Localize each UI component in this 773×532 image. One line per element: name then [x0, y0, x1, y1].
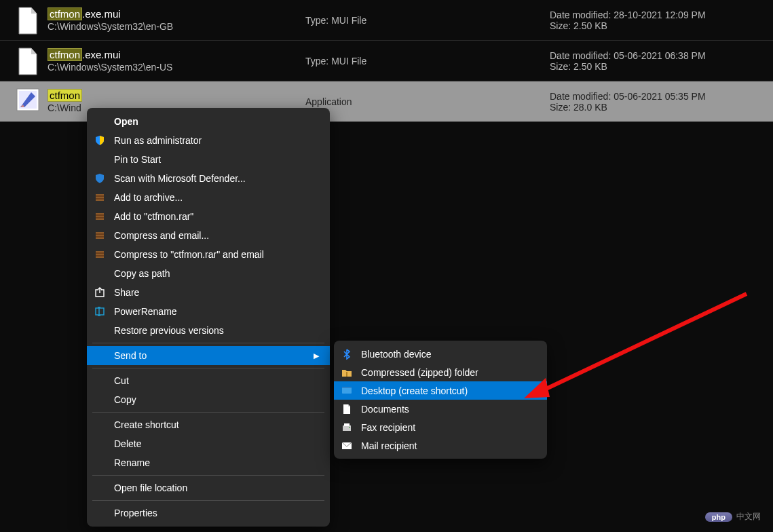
- archive-icon: [92, 210, 107, 223]
- menu-restore-previous[interactable]: Restore previous versions: [87, 321, 330, 340]
- menu-label: Open file location: [114, 482, 319, 493]
- file-name-rest: .exe.mui: [82, 8, 121, 20]
- menu-separator: [92, 343, 324, 343]
- chevron-right-icon: ▶: [314, 352, 319, 360]
- menu-label: Add to archive...: [114, 192, 319, 203]
- svg-rect-2: [96, 194, 104, 201]
- menu-power-rename[interactable]: PowerRename: [87, 302, 330, 321]
- menu-label: Copy as path: [114, 268, 319, 279]
- svg-line-22: [536, 294, 747, 394]
- menu-scan-defender[interactable]: Scan with Microsoft Defender...: [87, 169, 330, 188]
- svg-rect-8: [96, 232, 104, 239]
- svg-rect-10: [96, 236, 104, 238]
- menu-label: Compress to "ctfmon.rar" and email: [114, 249, 319, 260]
- menu-label: Open: [114, 116, 319, 127]
- menu-label: Pin to Start: [114, 154, 319, 165]
- menu-send-to[interactable]: Send to▶: [87, 346, 330, 365]
- menu-label: Desktop (create shortcut): [361, 385, 536, 396]
- menu-label: Send to: [114, 350, 314, 361]
- file-name: ctfmon.exe.mui: [48, 49, 305, 60]
- svg-rect-14: [96, 308, 104, 315]
- svg-point-20: [349, 427, 350, 428]
- menu-label: Delete: [114, 438, 319, 449]
- submenu-compressed[interactable]: Compressed (zipped) folder: [334, 363, 547, 381]
- file-row[interactable]: ctfmon.exe.mui C:\Windows\System32\en-US…: [0, 41, 773, 81]
- menu-pin-to-start[interactable]: Pin to Start: [87, 150, 330, 169]
- menu-add-to-archive[interactable]: Add to archive...: [87, 188, 330, 207]
- document-icon: [339, 403, 354, 415]
- file-meta: Date modified: 05-06-2021 06:38 PM Size:…: [550, 50, 773, 72]
- menu-compress-email[interactable]: Compress and email...: [87, 226, 330, 245]
- file-info-left: ctfmon.exe.mui C:\Windows\System32\en-GB: [48, 8, 305, 32]
- svg-rect-17: [342, 387, 352, 388]
- menu-label: Run as administrator: [114, 135, 319, 146]
- svg-rect-4: [96, 198, 104, 200]
- submenu-bluetooth[interactable]: Bluetooth device: [334, 345, 547, 363]
- menu-create-shortcut[interactable]: Create shortcut: [87, 415, 330, 434]
- zip-folder-icon: [339, 366, 354, 379]
- application-icon: [16, 88, 39, 115]
- mail-icon: [339, 440, 354, 452]
- menu-label: PowerRename: [114, 306, 319, 317]
- archive-icon: [92, 248, 107, 261]
- menu-share[interactable]: Share: [87, 283, 330, 302]
- menu-label: Fax recipient: [361, 422, 536, 433]
- menu-label: Properties: [114, 508, 319, 518]
- menu-cut[interactable]: Cut: [87, 371, 330, 390]
- menu-add-to-rar[interactable]: Add to "ctfmon.rar": [87, 207, 330, 226]
- file-info-left: ctfmon.exe.mui C:\Windows\System32\en-US: [48, 49, 305, 73]
- menu-run-as-admin[interactable]: Run as administrator: [87, 131, 330, 150]
- file-size: Size: 2.50 KB: [550, 61, 759, 72]
- file-modified: Date modified: 05-06-2021 05:35 PM: [550, 91, 759, 102]
- menu-properties[interactable]: Properties: [87, 504, 330, 522]
- menu-copy[interactable]: Copy: [87, 390, 330, 409]
- menu-delete[interactable]: Delete: [87, 434, 330, 453]
- file-modified: Date modified: 05-06-2021 06:38 PM: [550, 50, 759, 61]
- menu-label: Create shortcut: [114, 419, 319, 430]
- php-badge: php: [705, 512, 732, 522]
- file-row[interactable]: ctfmon.exe.mui C:\Windows\System32\en-GB…: [0, 0, 773, 41]
- svg-rect-15: [346, 372, 347, 377]
- file-meta: Date modified: 05-06-2021 05:35 PM Size:…: [550, 91, 773, 113]
- context-menu: Open Run as administrator Pin to Start S…: [87, 108, 330, 527]
- submenu-mail[interactable]: Mail recipient: [334, 436, 547, 455]
- menu-label: Mail recipient: [361, 440, 536, 451]
- menu-label: Scan with Microsoft Defender...: [114, 173, 319, 184]
- svg-rect-3: [96, 195, 104, 197]
- menu-rename[interactable]: Rename: [87, 453, 330, 472]
- menu-label: Copy: [114, 394, 319, 405]
- desktop-icon: [339, 385, 354, 397]
- menu-copy-as-path[interactable]: Copy as path: [87, 264, 330, 283]
- menu-label: Share: [114, 287, 319, 298]
- menu-compress-rar-email[interactable]: Compress to "ctfmon.rar" and email: [87, 245, 330, 264]
- file-meta: Date modified: 28-10-2021 12:09 PM Size:…: [550, 10, 773, 31]
- file-type: Type: MUI File: [305, 15, 550, 26]
- file-type: Type: MUI File: [305, 56, 550, 66]
- menu-separator: [92, 368, 324, 368]
- power-rename-icon: [92, 305, 107, 318]
- svg-rect-7: [96, 217, 104, 218]
- shield-icon: [92, 134, 107, 147]
- svg-marker-23: [524, 378, 550, 398]
- menu-label: Compressed (zipped) folder: [361, 367, 536, 378]
- menu-open[interactable]: Open: [87, 112, 330, 131]
- file-name-rest: .exe.mui: [82, 49, 121, 60]
- file-name: ctfmon: [48, 90, 305, 101]
- search-highlight: ctfmon: [48, 89, 82, 102]
- svg-rect-19: [344, 423, 350, 426]
- menu-label: Add to "ctfmon.rar": [114, 211, 319, 222]
- defender-icon: [92, 172, 107, 185]
- send-to-submenu: Bluetooth device Compressed (zipped) fol…: [334, 341, 547, 459]
- search-highlight: ctfmon: [48, 48, 82, 61]
- file-size: Size: 2.50 KB: [550, 20, 759, 31]
- file-type: Application: [305, 96, 550, 107]
- archive-icon: [92, 191, 107, 204]
- submenu-fax[interactable]: Fax recipient: [334, 418, 547, 436]
- menu-open-file-location[interactable]: Open file location: [87, 478, 330, 497]
- file-modified: Date modified: 28-10-2021 12:09 PM: [550, 10, 759, 20]
- svg-rect-9: [96, 233, 104, 235]
- svg-rect-18: [343, 425, 351, 431]
- menu-separator: [92, 412, 324, 413]
- submenu-documents[interactable]: Documents: [334, 400, 547, 418]
- submenu-desktop-shortcut[interactable]: Desktop (create shortcut): [334, 381, 547, 400]
